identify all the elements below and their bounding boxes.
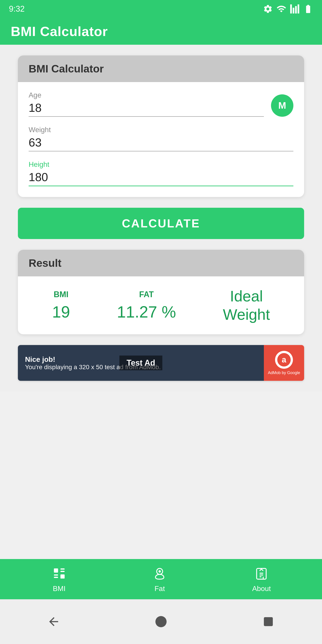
weight-field-container: Weight: [28, 126, 294, 152]
ad-overlay: Test Ad: [120, 356, 162, 370]
status-bar: 9:32: [0, 0, 322, 18]
fat-nav-label: Fat: [154, 584, 165, 593]
svg-rect-13: [264, 617, 273, 626]
admob-logo: a: [275, 351, 293, 369]
height-input[interactable]: [28, 170, 294, 186]
bmi-column: BMI 19: [52, 290, 70, 321]
nav-item-about[interactable]: About: [252, 566, 271, 593]
weight-label: Weight: [28, 126, 294, 134]
about-nav-icon: [253, 566, 270, 582]
nav-item-fat[interactable]: Fat: [152, 566, 168, 593]
svg-point-7: [158, 570, 161, 573]
weight-field-inner: Weight: [28, 126, 294, 152]
battery-icon: [303, 4, 313, 14]
age-field-inner: Age: [28, 91, 264, 117]
ideal-weight-column: IdealWeight: [223, 287, 270, 324]
result-card-body: BMI 19 FAT 11.27 % IdealWeight: [18, 276, 304, 334]
height-field-container: Height: [28, 160, 294, 186]
status-icons: [263, 4, 313, 14]
ideal-weight-value: IdealWeight: [223, 287, 270, 324]
ad-right: a AdMob by Google: [264, 345, 304, 381]
recents-button[interactable]: [262, 615, 275, 628]
bmi-nav-label: BMI: [53, 584, 66, 593]
svg-rect-1: [54, 574, 58, 575]
fat-nav-icon: [152, 566, 168, 582]
home-button[interactable]: [154, 615, 168, 628]
admob-logo-inner: a: [277, 353, 291, 366]
settings-icon: [263, 4, 273, 14]
height-field-inner: Height: [28, 160, 294, 186]
calculator-card-title: BMI Calculator: [28, 63, 104, 75]
calculate-button[interactable]: CALCULATE: [18, 208, 304, 239]
admob-label: AdMob by Google: [268, 370, 300, 375]
age-label: Age: [28, 91, 264, 99]
result-card-header: Result: [18, 250, 304, 276]
main-content: BMI Calculator Age M Weight: [0, 45, 322, 392]
status-time: 9:32: [9, 4, 24, 14]
back-button[interactable]: [47, 615, 60, 628]
svg-rect-2: [54, 577, 58, 578]
svg-point-12: [156, 616, 166, 627]
signal-icon: [290, 4, 300, 14]
weight-input[interactable]: [28, 136, 294, 152]
svg-rect-8: [257, 568, 266, 579]
result-card-title: Result: [28, 257, 62, 269]
calculator-card-header: BMI Calculator: [18, 56, 304, 82]
bmi-value: 19: [52, 303, 70, 321]
svg-rect-3: [60, 568, 64, 570]
wifi-icon: [276, 4, 286, 14]
svg-rect-0: [54, 568, 58, 573]
about-nav-label: About: [252, 584, 271, 593]
calculator-card-body: Age M Weight Height: [18, 82, 304, 197]
ad-banner: Test Ad Nice job! You're displaying a 32…: [18, 345, 304, 381]
calculator-card: BMI Calculator Age M Weight: [18, 56, 304, 197]
nav-item-bmi[interactable]: BMI: [51, 566, 67, 593]
bottom-nav: BMI Fat About: [0, 559, 322, 599]
svg-rect-5: [60, 574, 64, 578]
gender-button[interactable]: M: [271, 94, 294, 117]
svg-rect-4: [60, 571, 64, 572]
ad-left: Test Ad Nice job! You're displaying a 32…: [18, 345, 264, 381]
height-label: Height: [28, 160, 294, 168]
result-card: Result BMI 19 FAT 11.27 % IdealWeight: [18, 250, 304, 334]
fat-column: FAT 11.27 %: [117, 290, 176, 321]
fat-value: 11.27 %: [117, 303, 176, 321]
age-field-container: Age M: [28, 91, 294, 117]
bmi-label: BMI: [54, 290, 68, 299]
app-bar-title: BMI Calculator: [11, 24, 108, 39]
fat-label: FAT: [139, 290, 154, 299]
age-input[interactable]: [28, 101, 264, 117]
bmi-nav-icon: [51, 566, 67, 582]
app-bar: BMI Calculator: [0, 18, 322, 45]
system-nav: [0, 599, 322, 644]
